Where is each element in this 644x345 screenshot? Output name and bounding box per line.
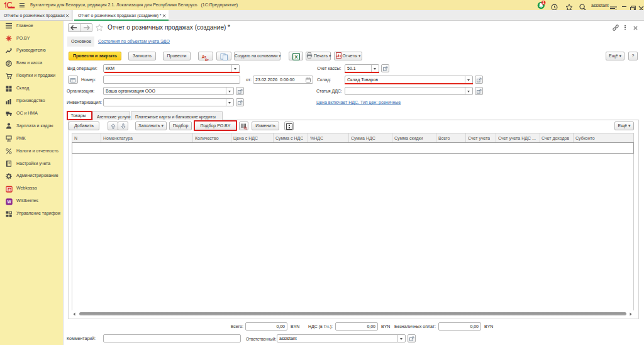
- svg-text:W: W: [7, 200, 11, 204]
- svg-text:X: X: [294, 54, 298, 60]
